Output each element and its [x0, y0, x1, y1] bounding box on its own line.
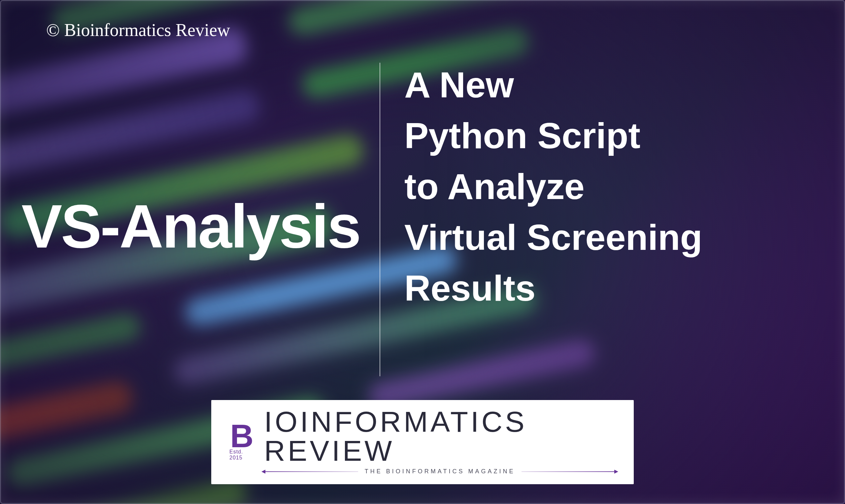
arrow-left-icon — [264, 471, 358, 472]
vertical-divider — [380, 63, 380, 376]
logo-mark: B Estd. 2015 — [229, 421, 254, 461]
subtitle-line-2: Python Script — [404, 110, 702, 161]
arrow-right-icon — [522, 471, 616, 472]
subtitle-line-1: A New — [404, 59, 702, 110]
copyright-text: © Bioinformatics Review — [46, 20, 230, 40]
subtitle-line-3: to Analyze — [404, 161, 702, 212]
banner-image: © Bioinformatics Review VS-Analysis A Ne… — [0, 0, 845, 504]
logo-banner: B Estd. 2015 IOINFORMATICS REVIEW THE BI… — [211, 400, 634, 484]
logo-text: IOINFORMATICS REVIEW — [264, 407, 616, 465]
logo-letter: B — [230, 421, 253, 451]
logo-tagline: THE BIOINFORMATICS MAGAZINE — [365, 468, 515, 475]
logo-tagline-row: THE BIOINFORMATICS MAGAZINE — [264, 468, 616, 475]
logo-text-group: IOINFORMATICS REVIEW THE BIOINFORMATICS … — [264, 407, 616, 475]
subtitle-line-4: Virtual Screening — [404, 212, 702, 263]
main-title: VS-Analysis — [21, 192, 360, 262]
subtitle: A New Python Script to Analyze Virtual S… — [404, 59, 702, 313]
subtitle-line-5: Results — [404, 263, 702, 313]
